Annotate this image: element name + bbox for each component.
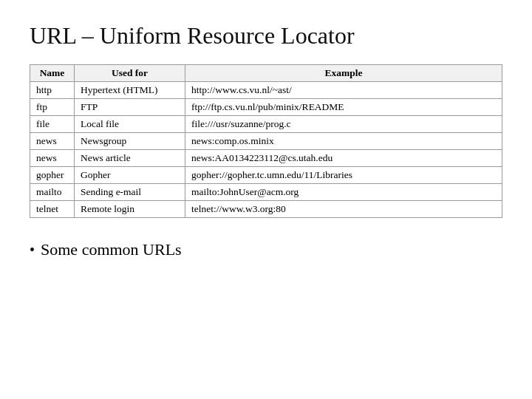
url-table: Name Used for Example httpHypertext (HTM… <box>30 64 502 218</box>
table-cell-3-2: news:comp.os.minix <box>185 133 502 150</box>
table-row: newsNews articlenews:AA0134223112@cs.uta… <box>30 150 502 167</box>
bullet-text: Some common URLs <box>41 240 182 259</box>
col-header-used-for: Used for <box>75 65 185 82</box>
bullet-symbol: • <box>30 242 35 259</box>
table-row: gopherGophergopher://gopher.tc.umn.edu/1… <box>30 167 502 184</box>
table-cell-3-0: news <box>30 133 75 150</box>
table-cell-1-1: FTP <box>75 99 185 116</box>
table-cell-1-0: ftp <box>30 99 75 116</box>
table-cell-5-1: Gopher <box>75 167 185 184</box>
table-cell-2-1: Local file <box>75 116 185 133</box>
table-cell-0-0: http <box>30 82 75 99</box>
bullet-point: • Some common URLs <box>30 240 502 259</box>
table-cell-3-1: Newsgroup <box>75 133 185 150</box>
col-header-example: Example <box>185 65 502 82</box>
table-cell-0-2: http://www.cs.vu.nl/~ast/ <box>185 82 502 99</box>
table-cell-2-2: file:///usr/suzanne/prog.c <box>185 116 502 133</box>
table-cell-6-2: mailto:JohnUser@acm.org <box>185 184 502 201</box>
table-row: newsNewsgroupnews:comp.os.minix <box>30 133 502 150</box>
table-cell-4-2: news:AA0134223112@cs.utah.edu <box>185 150 502 167</box>
table-cell-6-0: mailto <box>30 184 75 201</box>
table-row: fileLocal filefile:///usr/suzanne/prog.c <box>30 116 502 133</box>
table-cell-6-1: Sending e-mail <box>75 184 185 201</box>
table-cell-4-1: News article <box>75 150 185 167</box>
col-header-name: Name <box>30 65 75 82</box>
table-row: ftpFTPftp://ftp.cs.vu.nl/pub/minix/READM… <box>30 99 502 116</box>
table-header-row: Name Used for Example <box>30 65 502 82</box>
table-row: telnetRemote logintelnet://www.w3.org:80 <box>30 201 502 218</box>
table-cell-1-2: ftp://ftp.cs.vu.nl/pub/minix/README <box>185 99 502 116</box>
table-cell-7-0: telnet <box>30 201 75 218</box>
table-cell-4-0: news <box>30 150 75 167</box>
table-cell-0-1: Hypertext (HTML) <box>75 82 185 99</box>
table-cell-5-0: gopher <box>30 167 75 184</box>
table-cell-7-1: Remote login <box>75 201 185 218</box>
table-row: httpHypertext (HTML)http://www.cs.vu.nl/… <box>30 82 502 99</box>
table-row: mailtoSending e-mailmailto:JohnUser@acm.… <box>30 184 502 201</box>
table-cell-7-2: telnet://www.w3.org:80 <box>185 201 502 218</box>
page-title: URL – Uniform Resource Locator <box>30 22 502 50</box>
table-cell-2-0: file <box>30 116 75 133</box>
table-cell-5-2: gopher://gopher.tc.umn.edu/11/Libraries <box>185 167 502 184</box>
